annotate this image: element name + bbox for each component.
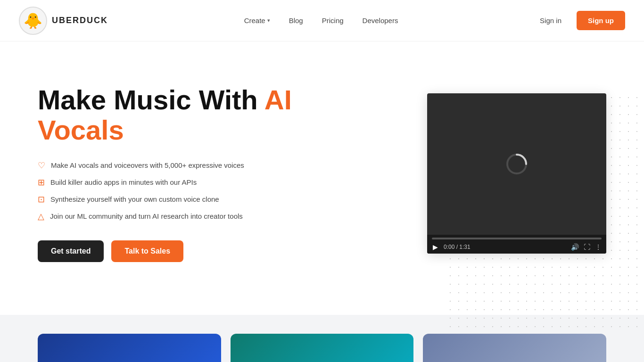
video-main-area (427, 93, 606, 235)
chevron-down-icon: ▾ (267, 17, 270, 24)
triangle-icon: △ (38, 211, 44, 222)
feature-item-3: △ Join our ML community and turn AI rese… (38, 211, 321, 222)
card-tts[interactable]: Text to Speech (38, 334, 221, 362)
feature-text-3: Join our ML community and turn AI resear… (50, 212, 243, 220)
video-controls-row: ▶ 0:00 / 1:31 🔊 ⛶ ⋮ (432, 242, 602, 252)
nav-create[interactable]: Create ▾ (244, 16, 270, 25)
signin-button[interactable]: Sign in (534, 13, 567, 28)
video-player[interactable]: ▶ 0:00 / 1:31 🔊 ⛶ ⋮ (427, 93, 606, 254)
card-raps[interactable]: AI-Generated Raps (423, 334, 606, 362)
cards-section: Text to Speech Grimes AI Voice AI-Genera… (0, 315, 644, 362)
box-icon: ⊡ (38, 194, 45, 205)
logo-text: UBERDUCK (52, 16, 108, 25)
get-started-button[interactable]: Get started (38, 240, 104, 262)
feature-item-0: ♡ Make AI vocals and voiceovers with 5,0… (38, 160, 321, 171)
hero-features-list: ♡ Make AI vocals and voiceovers with 5,0… (38, 160, 321, 222)
video-wrapper: ▶ 0:00 / 1:31 🔊 ⛶ ⋮ (427, 93, 606, 254)
hero-title-plain: Make Music With (38, 84, 264, 115)
video-controls: ▶ 0:00 / 1:31 🔊 ⛶ ⋮ (427, 235, 606, 254)
more-options-icon[interactable]: ⋮ (595, 243, 602, 251)
nav-pricing[interactable]: Pricing (322, 16, 344, 25)
heart-icon: ♡ (38, 160, 45, 171)
hero-title: Make Music With AI Vocals (38, 85, 321, 145)
hero-buttons: Get started Talk to Sales (38, 240, 321, 262)
feature-item-1: ⊞ Build killer audio apps in minutes wit… (38, 177, 321, 188)
logo-link[interactable]: 🐥 UBERDUCK (19, 7, 108, 35)
feature-text-0: Make AI vocals and voiceovers with 5,000… (51, 161, 244, 169)
nav-links: Create ▾ Blog Pricing Developers (244, 16, 398, 25)
video-time: 0:00 / 1:31 (444, 244, 566, 250)
loading-spinner-icon (505, 152, 528, 176)
volume-icon[interactable]: 🔊 (571, 243, 579, 251)
nav-blog[interactable]: Blog (289, 16, 303, 25)
play-button[interactable]: ▶ (432, 242, 439, 252)
talk-to-sales-button[interactable]: Talk to Sales (111, 240, 183, 262)
nav-developers[interactable]: Developers (363, 16, 398, 25)
logo-avatar: 🐥 (19, 7, 47, 35)
grid-icon: ⊞ (38, 177, 45, 188)
card-grimes[interactable]: Grimes AI Voice (231, 334, 414, 362)
signup-button[interactable]: Sign up (577, 11, 625, 30)
hero-content: Make Music With AI Vocals ♡ Make AI voca… (38, 85, 321, 262)
logo-duck-emoji: 🐥 (24, 12, 42, 30)
navigation: 🐥 UBERDUCK Create ▾ Blog Pricing Develop… (0, 0, 644, 41)
feature-text-1: Build killer audio apps in minutes with … (50, 178, 197, 186)
feature-text-2: Synthesize yourself with your own custom… (50, 195, 219, 203)
feature-item-2: ⊡ Synthesize yourself with your own cust… (38, 194, 321, 205)
nav-actions: Sign in Sign up (534, 11, 625, 30)
hero-section: Make Music With AI Vocals ♡ Make AI voca… (0, 41, 644, 315)
fullscreen-icon[interactable]: ⛶ (584, 243, 590, 251)
video-progress-bar[interactable] (432, 238, 602, 239)
